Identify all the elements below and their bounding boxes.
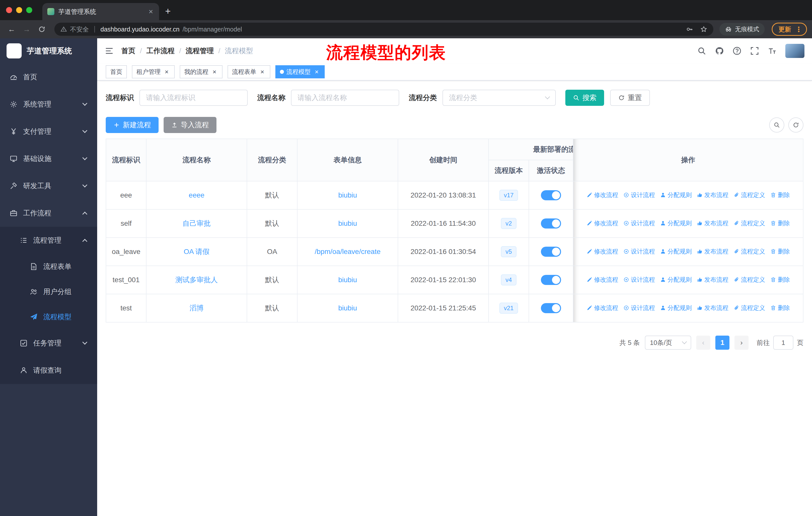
form-info-link[interactable]: biubiu: [338, 219, 357, 227]
form-info-link[interactable]: biubiu: [338, 276, 357, 284]
row-action-assign-rule[interactable]: 分配规则: [660, 247, 692, 255]
form-info-link[interactable]: biubiu: [338, 191, 357, 199]
sidebar-item-payment[interactable]: 支付管理: [0, 118, 97, 145]
hamburger-icon[interactable]: [105, 46, 114, 55]
prev-page-button[interactable]: ‹: [696, 335, 710, 350]
font-size-icon[interactable]: [768, 46, 777, 55]
sidebar-item-devtools[interactable]: 研发工具: [0, 172, 97, 199]
sidebar-item-process-form[interactable]: 流程表单: [0, 254, 97, 279]
close-icon[interactable]: ×: [163, 68, 170, 75]
tab-close-icon[interactable]: ×: [147, 7, 154, 16]
page-size-select[interactable]: 10条/页: [645, 335, 691, 350]
breadcrumb-item-workflow[interactable]: 工作流程: [146, 46, 175, 56]
refresh-table-button[interactable]: [788, 117, 804, 133]
search-button[interactable]: 搜索: [565, 90, 604, 106]
row-action-definition[interactable]: 流程定义: [733, 304, 765, 312]
process-name-link[interactable]: OA 请假: [184, 248, 210, 255]
row-action-definition[interactable]: 流程定义: [733, 247, 765, 255]
import-process-button[interactable]: 导入流程: [164, 117, 216, 133]
row-action-edit[interactable]: 修改流程: [586, 304, 618, 312]
update-button[interactable]: 更新 ⋮: [772, 23, 807, 36]
sidebar-item-process-management[interactable]: 流程管理: [0, 227, 97, 254]
row-action-definition[interactable]: 流程定义: [733, 191, 765, 199]
row-action-assign-rule[interactable]: 分配规则: [660, 191, 692, 199]
process-name-link[interactable]: eeee: [189, 191, 204, 199]
close-icon[interactable]: ×: [313, 68, 320, 75]
show-search-button[interactable]: [769, 117, 784, 133]
active-toggle[interactable]: [541, 190, 561, 200]
reset-button[interactable]: 重置: [610, 90, 650, 106]
new-tab-button[interactable]: +: [165, 6, 171, 17]
close-icon[interactable]: ×: [211, 68, 218, 75]
row-action-publish[interactable]: 发布流程: [697, 304, 728, 312]
row-action-design[interactable]: 设计流程: [623, 304, 655, 312]
sidebar-item-user-group[interactable]: 用户分组: [0, 279, 97, 304]
row-action-edit[interactable]: 修改流程: [586, 219, 618, 227]
page-number-button[interactable]: 1: [715, 335, 729, 350]
row-action-assign-rule[interactable]: 分配规则: [660, 219, 692, 227]
row-action-delete[interactable]: 删除: [770, 219, 790, 227]
breadcrumb-item-home[interactable]: 首页: [121, 46, 136, 56]
category-select[interactable]: 流程分类: [442, 90, 556, 106]
row-action-edit[interactable]: 修改流程: [586, 191, 618, 199]
process-name-link[interactable]: 滔博: [190, 304, 204, 312]
sidebar-item-system[interactable]: 系统管理: [0, 91, 97, 118]
row-action-design[interactable]: 设计流程: [623, 276, 655, 284]
help-icon[interactable]: [732, 46, 742, 55]
row-action-delete[interactable]: 删除: [770, 191, 790, 199]
bookmark-star-icon[interactable]: [700, 26, 707, 33]
browser-tab[interactable]: 芋道管理系统 ×: [42, 3, 159, 20]
app-logo[interactable]: 芋道管理系统: [0, 38, 97, 63]
sidebar-item-task-management[interactable]: 任务管理: [0, 330, 97, 357]
close-window-button[interactable]: [6, 7, 12, 13]
fullscreen-icon[interactable]: [750, 46, 759, 55]
back-button[interactable]: ←: [5, 23, 18, 36]
row-action-publish[interactable]: 发布流程: [697, 191, 728, 199]
next-page-button[interactable]: ›: [734, 335, 749, 350]
sidebar-item-process-model[interactable]: 流程模型: [0, 304, 97, 330]
sidebar-item-home[interactable]: 首页: [0, 63, 97, 91]
active-toggle[interactable]: [541, 247, 561, 257]
zoom-window-button[interactable]: [26, 7, 32, 13]
active-toggle[interactable]: [541, 303, 561, 313]
row-action-definition[interactable]: 流程定义: [733, 219, 765, 227]
row-action-delete[interactable]: 删除: [770, 247, 790, 255]
sidebar-item-leave-query[interactable]: 请假查询: [0, 357, 97, 384]
tag-process-form[interactable]: 流程表单×: [228, 65, 270, 78]
row-action-assign-rule[interactable]: 分配规则: [660, 304, 692, 312]
process-name-link[interactable]: 自己审批: [182, 219, 211, 227]
user-avatar[interactable]: [785, 44, 805, 58]
sidebar-item-workflow[interactable]: 工作流程: [0, 199, 97, 227]
process-key-input[interactable]: [140, 90, 248, 106]
minimize-window-button[interactable]: [16, 7, 22, 13]
row-action-delete[interactable]: 删除: [770, 276, 790, 284]
key-icon[interactable]: [686, 26, 693, 33]
tag-my-process[interactable]: 我的流程×: [180, 65, 223, 78]
tag-home[interactable]: 首页: [106, 65, 127, 78]
menu-dots-icon[interactable]: ⋮: [794, 25, 804, 33]
goto-page-input[interactable]: [773, 335, 793, 350]
reload-button[interactable]: [35, 23, 48, 36]
row-action-publish[interactable]: 发布流程: [697, 247, 728, 255]
search-icon[interactable]: [697, 46, 706, 55]
form-info-link[interactable]: /bpm/oa/leave/create: [315, 248, 381, 255]
row-action-definition[interactable]: 流程定义: [733, 276, 765, 284]
row-action-publish[interactable]: 发布流程: [697, 219, 728, 227]
row-action-publish[interactable]: 发布流程: [697, 276, 728, 284]
row-action-design[interactable]: 设计流程: [623, 191, 655, 199]
forward-button[interactable]: →: [20, 23, 33, 36]
process-name-link[interactable]: 测试多审批人: [175, 276, 218, 284]
active-toggle[interactable]: [541, 275, 561, 285]
tag-process-model[interactable]: 流程模型×: [276, 65, 325, 78]
sidebar-item-infrastructure[interactable]: 基础设施: [0, 145, 97, 172]
tag-tenant-management[interactable]: 租户管理×: [132, 65, 175, 78]
form-info-link[interactable]: biubiu: [338, 304, 357, 312]
row-action-assign-rule[interactable]: 分配规则: [660, 276, 692, 284]
create-process-button[interactable]: 新建流程: [106, 117, 158, 133]
row-action-edit[interactable]: 修改流程: [586, 247, 618, 255]
row-action-design[interactable]: 设计流程: [623, 219, 655, 227]
close-icon[interactable]: ×: [259, 68, 266, 75]
github-icon[interactable]: [715, 46, 724, 55]
active-toggle[interactable]: [541, 218, 561, 228]
process-name-input[interactable]: [291, 90, 399, 106]
